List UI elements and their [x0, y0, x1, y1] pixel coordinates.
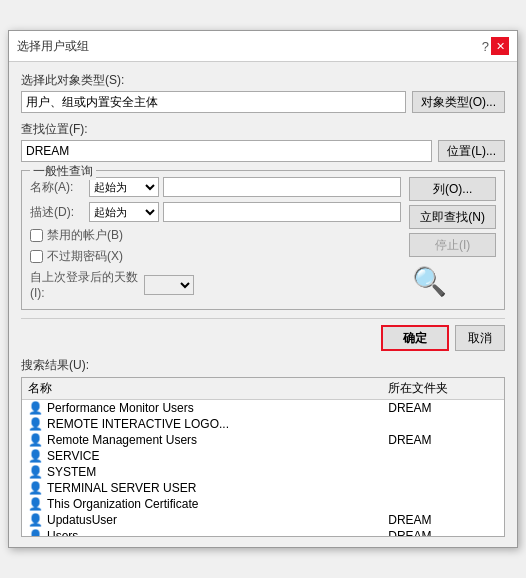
- disabled-account-label: 禁用的帐户(B): [47, 227, 123, 244]
- location-input[interactable]: [21, 140, 432, 162]
- location-row: 查找位置(F): 位置(L)...: [21, 121, 505, 162]
- object-type-button[interactable]: 对象类型(O)...: [412, 91, 505, 113]
- table-header-row: 名称 所在文件夹: [22, 378, 504, 400]
- date-row: 自上次登录后的天数(I):: [30, 269, 401, 300]
- separator: [21, 318, 505, 319]
- row-folder: [382, 496, 504, 512]
- desc-field-row: 描述(D): 起始为: [30, 202, 401, 222]
- row-name: 👤 This Organization Certificate: [22, 496, 382, 512]
- row-name: 👤 SERVICE: [22, 448, 382, 464]
- checkbox-disabled-row: 禁用的帐户(B): [30, 227, 401, 244]
- search-icon: 🔍: [412, 265, 447, 298]
- title-bar-controls: ? ✕: [482, 37, 509, 55]
- name-label: 名称(A):: [30, 179, 85, 196]
- row-name: 👤 SYSTEM: [22, 464, 382, 480]
- group-box-title: 一般性查询: [30, 163, 96, 180]
- user-icon: 👤 SYSTEM: [28, 465, 96, 479]
- table-row[interactable]: 👤 Remote Management UsersDREAM: [22, 432, 504, 448]
- object-type-input[interactable]: [21, 91, 406, 113]
- row-name: 👤 Users: [22, 528, 382, 537]
- date-label: 自上次登录后的天数(I):: [30, 269, 140, 300]
- ok-cancel-area: 确定 取消: [21, 325, 505, 351]
- results-table[interactable]: 名称 所在文件夹 👤 Performance Monitor UsersDREA…: [21, 377, 505, 537]
- help-button[interactable]: ?: [482, 37, 489, 55]
- general-query-group: 一般性查询 名称(A): 起始为 描述(D): 起: [21, 170, 505, 310]
- dialog-body: 选择此对象类型(S): 对象类型(O)... 查找位置(F): 位置(L)...…: [9, 62, 517, 547]
- table-row[interactable]: 👤 SERVICE: [22, 448, 504, 464]
- name-input[interactable]: [163, 177, 401, 197]
- location-button[interactable]: 位置(L)...: [438, 140, 505, 162]
- user-icon: 👤 UpdatusUser: [28, 513, 117, 527]
- object-type-label: 选择此对象类型(S):: [21, 72, 505, 89]
- date-select[interactable]: [144, 275, 194, 295]
- search-icon-area: 🔍: [409, 261, 449, 301]
- search-now-button[interactable]: 立即查找(N): [409, 205, 496, 229]
- user-icon: 👤 TERMINAL SERVER USER: [28, 481, 196, 495]
- user-icon: 👤 Performance Monitor Users: [28, 401, 194, 415]
- row-folder: [382, 464, 504, 480]
- row-name: 👤 UpdatusUser: [22, 512, 382, 528]
- desc-input[interactable]: [163, 202, 401, 222]
- row-name: 👤 TERMINAL SERVER USER: [22, 480, 382, 496]
- table-row[interactable]: 👤 SYSTEM: [22, 464, 504, 480]
- right-buttons: 列(O)... 立即查找(N) 停止(I) 🔍: [409, 177, 496, 301]
- row-name: 👤 Performance Monitor Users: [22, 400, 382, 417]
- table-row[interactable]: 👤 UpdatusUserDREAM: [22, 512, 504, 528]
- table-row[interactable]: 👤 Performance Monitor UsersDREAM: [22, 400, 504, 417]
- location-input-row: 位置(L)...: [21, 140, 505, 162]
- group-left: 名称(A): 起始为 描述(D): 起始为: [30, 177, 401, 301]
- table-row[interactable]: 👤 UsersDREAM: [22, 528, 504, 537]
- row-folder: DREAM: [382, 512, 504, 528]
- close-button[interactable]: ✕: [491, 37, 509, 55]
- cancel-button[interactable]: 取消: [455, 325, 505, 351]
- row-name: 👤 Remote Management Users: [22, 432, 382, 448]
- results-section: 搜索结果(U): 名称 所在文件夹 👤 Performance Monitor …: [21, 357, 505, 537]
- object-type-input-row: 对象类型(O)...: [21, 91, 505, 113]
- user-icon: 👤 REMOTE INTERACTIVE LOGO...: [28, 417, 229, 431]
- desc-label: 描述(D):: [30, 204, 85, 221]
- row-folder: [382, 448, 504, 464]
- row-folder: DREAM: [382, 528, 504, 537]
- disabled-account-checkbox[interactable]: [30, 229, 43, 242]
- desc-prefix-select[interactable]: 起始为: [89, 202, 159, 222]
- stop-button[interactable]: 停止(I): [409, 233, 496, 257]
- select-user-dialog: 选择用户或组 ? ✕ 选择此对象类型(S): 对象类型(O)... 查找位置(F…: [8, 30, 518, 548]
- col-name-header: 名称: [22, 378, 382, 400]
- no-expiry-label: 不过期密码(X): [47, 248, 123, 265]
- group-inner-content: 名称(A): 起始为 描述(D): 起始为: [30, 177, 496, 301]
- col-button[interactable]: 列(O)...: [409, 177, 496, 201]
- table-row[interactable]: 👤 REMOTE INTERACTIVE LOGO...: [22, 416, 504, 432]
- checkbox-noexpiry-row: 不过期密码(X): [30, 248, 401, 265]
- user-icon: 👤 This Organization Certificate: [28, 497, 198, 511]
- results-label: 搜索结果(U):: [21, 357, 505, 374]
- no-expiry-checkbox[interactable]: [30, 250, 43, 263]
- name-prefix-select[interactable]: 起始为: [89, 177, 159, 197]
- user-icon: 👤 Users: [28, 529, 78, 537]
- col-folder-header: 所在文件夹: [382, 378, 504, 400]
- row-folder: DREAM: [382, 400, 504, 417]
- row-name: 👤 REMOTE INTERACTIVE LOGO...: [22, 416, 382, 432]
- user-icon: 👤 SERVICE: [28, 449, 99, 463]
- dialog-title: 选择用户或组: [17, 38, 89, 55]
- row-folder: [382, 416, 504, 432]
- ok-button[interactable]: 确定: [381, 325, 449, 351]
- table-row[interactable]: 👤 This Organization Certificate: [22, 496, 504, 512]
- location-label: 查找位置(F):: [21, 121, 505, 138]
- row-folder: DREAM: [382, 432, 504, 448]
- table-row[interactable]: 👤 TERMINAL SERVER USER: [22, 480, 504, 496]
- object-type-row: 选择此对象类型(S): 对象类型(O)...: [21, 72, 505, 113]
- user-icon: 👤 Remote Management Users: [28, 433, 197, 447]
- name-field-row: 名称(A): 起始为: [30, 177, 401, 197]
- row-folder: [382, 480, 504, 496]
- title-bar: 选择用户或组 ? ✕: [9, 31, 517, 62]
